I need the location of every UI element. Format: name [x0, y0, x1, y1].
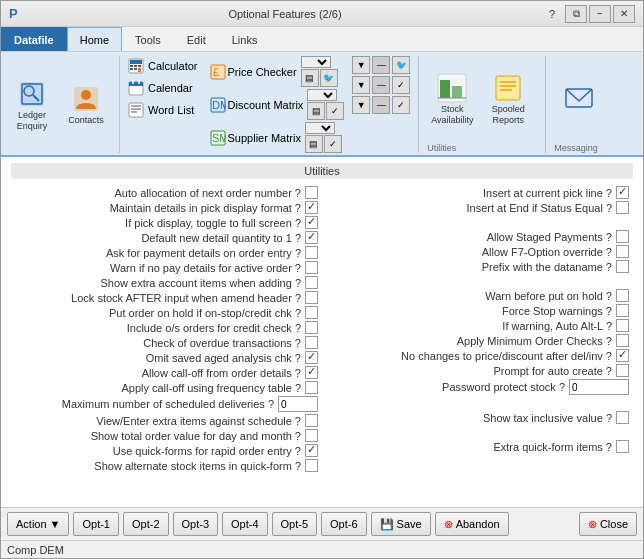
option-checkbox[interactable]: [616, 319, 629, 332]
ribbon-item-messaging[interactable]: [554, 80, 604, 118]
restore-button[interactable]: ⧉: [565, 5, 587, 23]
option-checkbox[interactable]: [305, 336, 318, 349]
discount-matrix-select[interactable]: [307, 89, 337, 101]
ribbon-item-word-list[interactable]: Word List: [124, 100, 202, 120]
option-checkbox[interactable]: [305, 366, 318, 379]
option-checkbox[interactable]: [305, 414, 318, 427]
option-label: Insert at current pick line ?: [326, 187, 612, 199]
price-checker-icon: £: [210, 64, 226, 80]
ribbon-content: LedgerEnquiry Contacts Calculator: [1, 52, 643, 155]
password-stock-input[interactable]: [569, 379, 629, 395]
price-checker-btn1[interactable]: ▤: [301, 69, 319, 87]
price-checker-btn2[interactable]: 🐦: [320, 69, 338, 87]
supplier-matrix-btn1[interactable]: ▤: [305, 135, 323, 153]
abandon-button[interactable]: ⊗ Abandon: [435, 512, 509, 536]
ribbon-item-contacts[interactable]: Contacts: [61, 80, 111, 129]
option-label: Warn if no pay details for active order …: [15, 262, 301, 274]
option-checkbox[interactable]: [305, 261, 318, 274]
opt1-button[interactable]: Opt-1: [73, 512, 119, 536]
max-scheduled-input[interactable]: [278, 396, 318, 412]
option-checkbox[interactable]: [616, 349, 629, 362]
extra-btn-5[interactable]: —: [372, 76, 390, 94]
tab-tools[interactable]: Tools: [122, 27, 174, 51]
ribbon-list-col1: Calculator Calendar Word List: [124, 56, 206, 153]
main-content: Utilities Auto allocation of next order …: [1, 157, 643, 507]
supplier-matrix-btn2[interactable]: ✓: [324, 135, 342, 153]
discount-matrix-btn1[interactable]: ▤: [307, 102, 325, 120]
ribbon-item-ledger-enquiry[interactable]: LedgerEnquiry: [7, 75, 57, 135]
price-checker-label[interactable]: Price Checker: [228, 66, 297, 78]
option-checkbox[interactable]: [616, 230, 629, 243]
tab-links[interactable]: Links: [219, 27, 271, 51]
svg-text:SM: SM: [212, 132, 226, 144]
supplier-matrix-select[interactable]: [305, 122, 335, 134]
option-checkbox[interactable]: [616, 364, 629, 377]
option-checkbox[interactable]: [305, 306, 318, 319]
opt5-button[interactable]: Opt-5: [272, 512, 318, 536]
option-checkbox[interactable]: [616, 260, 629, 273]
opt6-button[interactable]: Opt-6: [321, 512, 367, 536]
ribbon-item-calculator[interactable]: Calculator: [124, 56, 202, 76]
option-checkbox[interactable]: [616, 411, 629, 424]
supplier-matrix-label[interactable]: Supplier Matrix: [228, 132, 301, 144]
tab-datafile[interactable]: Datafile: [1, 27, 67, 51]
option-checkbox[interactable]: [305, 246, 318, 259]
ribbon-item-spooled-reports[interactable]: SpooledReports: [483, 69, 533, 129]
option-checkbox[interactable]: [305, 351, 318, 364]
option-checkbox[interactable]: [305, 201, 318, 214]
price-checker-select[interactable]: [301, 56, 331, 68]
svg-rect-18: [129, 103, 143, 117]
option-checkbox[interactable]: [305, 276, 318, 289]
option-label: If pick display, toggle to full screen ?: [15, 217, 301, 229]
option-checkbox[interactable]: [305, 231, 318, 244]
stock-availability-label: StockAvailability: [431, 104, 473, 126]
option-checkbox[interactable]: [616, 186, 629, 199]
discount-matrix-label[interactable]: Discount Matrix: [228, 99, 304, 111]
option-checkbox[interactable]: [616, 289, 629, 302]
opt4-button[interactable]: Opt-4: [222, 512, 268, 536]
option-checkbox[interactable]: [616, 440, 629, 453]
option-view-enter: View/Enter extra items against schedule …: [11, 413, 322, 428]
extra-btn-1[interactable]: ▼: [352, 56, 370, 74]
extra-btn-7[interactable]: ▼: [352, 96, 370, 114]
tab-home[interactable]: Home: [67, 27, 122, 51]
option-pick-display: If pick display, toggle to full screen ?: [11, 215, 322, 230]
close-button[interactable]: ⊗ Close: [579, 512, 637, 536]
extra-btn-4[interactable]: ▼: [352, 76, 370, 94]
option-warn-no-pay: Warn if no pay details for active order …: [11, 260, 322, 275]
ribbon-item-calendar[interactable]: Calendar: [124, 78, 202, 98]
option-checkbox[interactable]: [305, 459, 318, 472]
close-button[interactable]: ✕: [613, 5, 635, 23]
minimize-button[interactable]: −: [589, 5, 611, 23]
extra-btn-9[interactable]: ✓: [392, 96, 410, 114]
discount-matrix-btn2[interactable]: ✓: [326, 102, 344, 120]
calendar-label: Calendar: [148, 82, 193, 94]
options-grid: Auto allocation of next order number ? M…: [11, 185, 633, 473]
opt3-button[interactable]: Opt-3: [173, 512, 219, 536]
help-button[interactable]: ?: [541, 5, 563, 23]
option-checkbox[interactable]: [616, 245, 629, 258]
save-button[interactable]: 💾 Save: [371, 512, 431, 536]
option-checkbox[interactable]: [616, 334, 629, 347]
option-label: Allow F7-Option override ?: [326, 246, 612, 258]
option-label: No changes to price/discount after del/i…: [326, 350, 612, 362]
option-checkbox[interactable]: [305, 186, 318, 199]
option-checkbox[interactable]: [305, 381, 318, 394]
option-checkbox[interactable]: [305, 429, 318, 442]
tab-edit[interactable]: Edit: [174, 27, 219, 51]
option-checkbox[interactable]: [616, 304, 629, 317]
option-checkbox[interactable]: [305, 216, 318, 229]
extra-btn-2[interactable]: —: [372, 56, 390, 74]
extra-btn-3[interactable]: 🐦: [392, 56, 410, 74]
option-checkbox[interactable]: [305, 321, 318, 334]
opt2-button[interactable]: Opt-2: [123, 512, 169, 536]
option-checkbox[interactable]: [305, 291, 318, 304]
extra-btn-6[interactable]: ✓: [392, 76, 410, 94]
option-extra-account: Show extra account items when adding ?: [11, 275, 322, 290]
extra-btn-8[interactable]: —: [372, 96, 390, 114]
ribbon-item-stock-availability[interactable]: StockAvailability: [427, 69, 477, 129]
discount-matrix-row: DM Discount Matrix ▤ ✓: [210, 89, 345, 120]
option-checkbox[interactable]: [305, 444, 318, 457]
action-button[interactable]: Action ▼: [7, 512, 69, 536]
option-checkbox[interactable]: [616, 201, 629, 214]
